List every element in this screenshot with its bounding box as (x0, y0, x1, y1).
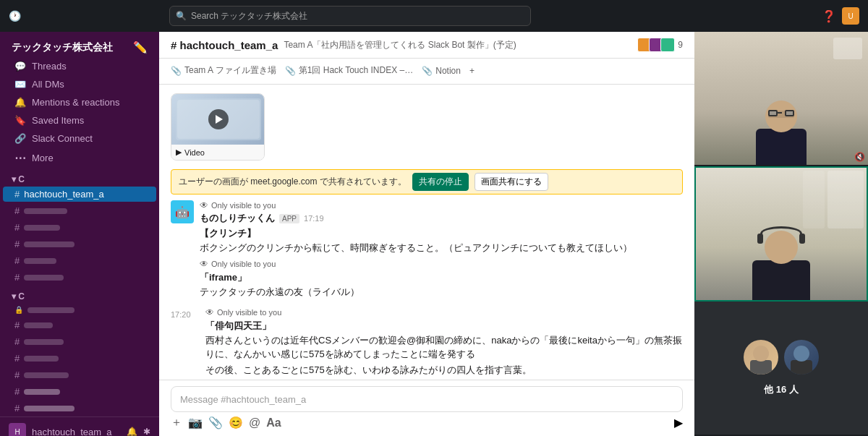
nav-notion[interactable]: 📎 Notion (422, 63, 461, 80)
sidebar-channel-2[interactable]: # (3, 203, 156, 218)
top-bar-icons: ❓ U (822, 7, 859, 25)
sidebar-channel-13[interactable]: # (3, 401, 156, 416)
camera-icon[interactable]: 📷 (188, 416, 203, 429)
channel-title[interactable]: # hachtouch_team_a (171, 39, 278, 51)
index-icon: 📎 (285, 66, 296, 76)
channel-blurred-4 (24, 241, 75, 247)
sidebar-channel-6[interactable]: # (3, 270, 156, 285)
bot-avatar-1: 🤖 (171, 200, 194, 223)
sidebar-channel-9[interactable]: # (3, 334, 156, 349)
message-input-box[interactable]: Message #hachtouch_team_a (171, 386, 683, 412)
footer-bell-icon[interactable]: 🔔 (127, 427, 137, 436)
message-group-1: 🤖 👁 Only visible to you ものしりチッくん APP 17:… (171, 200, 683, 299)
more-action-btn-2[interactable]: ⋯ (665, 307, 683, 325)
hash-icon-4: # (14, 239, 20, 249)
hash-icon: # (14, 189, 20, 200)
add-nav-icon: + (469, 66, 475, 76)
mentions-icon: 🔔 (14, 97, 26, 108)
nav-files[interactable]: 📎 Team A ファイル置き場 (171, 61, 276, 81)
video-tile-3: 他 16 人 (694, 302, 868, 436)
sidebar-channel-5[interactable]: # (3, 253, 156, 268)
send-button[interactable]: ▶ (674, 416, 683, 429)
play-icon: ▶ (176, 148, 182, 157)
bot-badge-1: APP (279, 214, 299, 223)
sidebar-section-c2[interactable]: ▾ C (0, 286, 159, 303)
eye-icon-2: 👁 (205, 307, 214, 317)
timestamp-spacer: 17:20 (171, 307, 200, 380)
message-content-2: 👁 Only visible to you 「俳句四天王」 西村さんというのは近… (205, 307, 683, 380)
notification-text: ユーザーの画面が meet.google.com で共有されています。 (179, 176, 407, 188)
message-text-1b: 「iframe」 テックタッチの永遠の友（ライバル） (200, 270, 683, 299)
message-text-1a: 【クリンチ】 ボクシングのクリンチから転じて、時間稼ぎをすること。（ピュアクリン… (200, 226, 683, 255)
channel-desc: Team A「社内用語を管理してくれる Slack Bot 製作」(予定) (284, 39, 631, 51)
play-button[interactable] (208, 109, 229, 129)
hash-icon-6: # (14, 272, 20, 283)
more-action-btn-1[interactable]: ⋯ (665, 200, 683, 218)
eye-icon-1: 👁 (200, 200, 208, 210)
input-toolbar: ＋ 📷 📎 😊 @ Aa ▶ (171, 412, 683, 430)
message-group-2: 17:20 👁 Only visible to you 「俳句四天王」 西村さん… (171, 307, 683, 380)
hash-icon-12: # (14, 386, 20, 397)
sidebar-item-saved[interactable]: 🔖 Saved Items (3, 112, 156, 129)
eye-icon-1b: 👁 (200, 259, 208, 269)
timestamp-divider: 17:20 (171, 310, 191, 319)
workspace-name[interactable]: テックタッチ株式会社 (12, 41, 113, 54)
sidebar-section-c1[interactable]: ▾ C (0, 168, 159, 186)
chat-nav: 📎 Team A ファイル置き場 📎 第1回 Hack Touch INDEX … (159, 59, 694, 85)
footer-star-icon[interactable]: ✱ (143, 427, 150, 436)
channel-blurred-10 (24, 356, 59, 362)
footer-channel-name: hachtouch_team_a (32, 427, 112, 437)
channel-blurred-8 (24, 322, 53, 328)
compose-icon[interactable]: ✏️ (133, 40, 148, 54)
stop-share-button[interactable]: 共有の停止 (412, 173, 469, 191)
sidebar-channel-12[interactable]: # (3, 384, 156, 399)
sidebar-channel-7[interactable]: 🔒 (3, 304, 156, 316)
nav-index[interactable]: 📎 第1回 Hack Touch INDEX –… (285, 61, 414, 81)
add-attachment-icon[interactable]: ＋ (171, 415, 182, 430)
channel-blurred-11 (24, 372, 69, 378)
format-icon[interactable]: Aa (266, 416, 281, 429)
channel-blurred-7 (27, 307, 75, 313)
sidebar-channel-8[interactable]: # (3, 317, 156, 333)
sidebar: テックタッチ株式会社 ✏️ 💬 Threads ✉️ All DMs 🔔 Men… (0, 32, 159, 436)
channel-blurred-6 (24, 275, 64, 281)
sidebar-channel-11[interactable]: # (3, 367, 156, 382)
sidebar-channel-10[interactable]: # (3, 351, 156, 366)
channel-blurred-12 (24, 389, 60, 395)
hash-icon-13: # (14, 403, 20, 414)
search-bar[interactable]: 🔍 Search テックタッチ株式会社 (169, 6, 531, 26)
message-time-1: 17:19 (304, 214, 324, 223)
channel-blurred-13 (24, 406, 75, 411)
mention-icon[interactable]: @ (249, 416, 260, 429)
help-icon[interactable]: ❓ (822, 9, 836, 23)
search-icon: 🔍 (176, 11, 187, 21)
member-avatar-3 (660, 38, 675, 52)
sidebar-item-threads[interactable]: 💬 Threads (3, 58, 156, 74)
sidebar-channel-hachtouch[interactable]: # hachtouch_team_a (3, 187, 156, 202)
hash-icon-5: # (14, 255, 20, 266)
video-thumbnail (171, 94, 265, 145)
nav-add[interactable]: + (469, 63, 475, 80)
attach-icon[interactable]: 📎 (208, 416, 223, 429)
chat-header: # hachtouch_team_a Team A「社内用語を管理してくれる S… (159, 32, 694, 59)
mute-icon-1: 🔇 (854, 152, 865, 162)
member-avatars: 9 (637, 38, 683, 52)
sidebar-channel-4[interactable]: # (3, 236, 156, 252)
message-content-1: 👁 Only visible to you ものしりチッくん APP 17:19… (200, 200, 683, 299)
user-avatar-icon[interactable]: U (842, 7, 859, 25)
sidebar-item-all-dms[interactable]: ✉️ All DMs (3, 76, 156, 93)
share-screen-button[interactable]: 画面共有にする (475, 173, 548, 191)
slack-connect-icon: 🔗 (14, 133, 26, 144)
channel-blurred-9 (24, 339, 64, 345)
files-icon: 📎 (171, 66, 182, 76)
video-tile-2 (694, 166, 868, 302)
sidebar-item-mentions[interactable]: 🔔 Mentions & reactions (3, 94, 156, 111)
emoji-icon[interactable]: 😊 (229, 416, 243, 429)
channel-blurred-3 (24, 225, 60, 231)
message-header-1: ものしりチッくん APP 17:19 (200, 212, 683, 225)
sidebar-item-slack-connect[interactable]: 🔗 Slack Connect (3, 130, 156, 147)
sidebar-item-more[interactable]: ⋯ More (3, 148, 156, 168)
search-placeholder: Search テックタッチ株式会社 (191, 10, 307, 22)
sidebar-channel-3[interactable]: # (3, 220, 156, 235)
chat-area: # hachtouch_team_a Team A「社内用語を管理してくれる S… (159, 32, 694, 436)
